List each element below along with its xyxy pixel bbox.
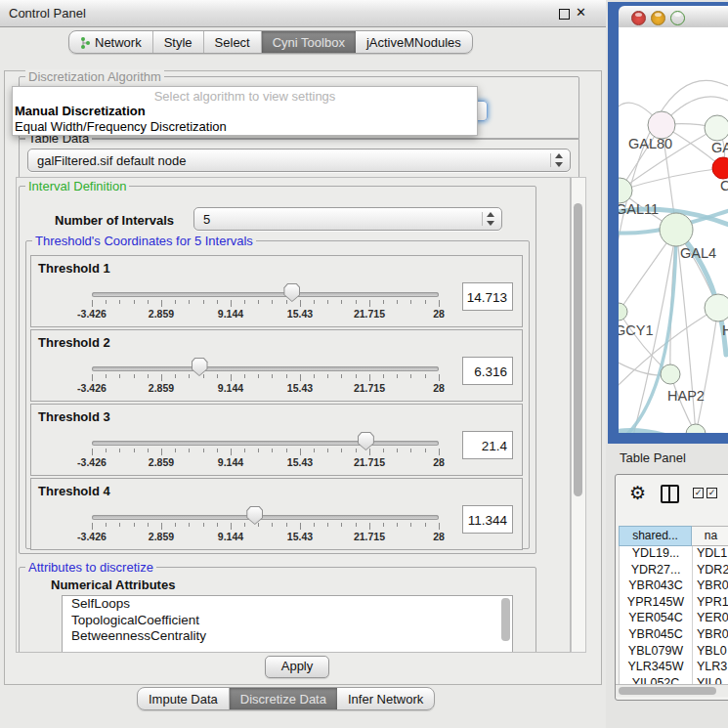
network-view-window: GAL80GACGAL11GAL4GCY1HHAP2 [608, 2, 728, 444]
scrollbar-thumb[interactable] [574, 203, 582, 496]
tab-select[interactable]: Select [204, 31, 262, 53]
slider-ticks [92, 523, 440, 531]
network-node[interactable] [661, 364, 680, 384]
numerical-attributes-label: Numerical Attributes [51, 578, 175, 592]
screen: { "colors": { "accent-green": "#2fae2f",… [0, 0, 728, 728]
table-row[interactable]: YPR145WYPR1 [620, 595, 728, 612]
tab-jactivemnodules[interactable]: jActiveMNodules [356, 31, 472, 53]
network-node[interactable] [648, 111, 675, 139]
checkbox-icon[interactable]: ✓ [707, 488, 717, 498]
slider-track[interactable] [92, 515, 439, 520]
thresholds-group-label: Threshold's Coordinates for 5 Intervals [32, 234, 256, 248]
threshold-panel: Threshold 2 -3.4262.8599.14415.4321.7152… [30, 329, 523, 402]
tab-network-label: Network [95, 35, 142, 50]
tab-infer-network[interactable]: Infer Network [337, 688, 434, 709]
number-of-intervals-value: 5 [203, 212, 210, 227]
tab-select-label: Select [215, 35, 250, 50]
tab-jactivemnodules-label: jActiveMNodules [366, 35, 461, 50]
table-row[interactable]: YBR043CYBR0 [620, 578, 728, 595]
tab-network[interactable]: Network [69, 31, 153, 53]
bottom-tab-bar: Impute Data Discretize Data Infer Networ… [137, 687, 435, 710]
float-window-icon[interactable] [559, 9, 570, 20]
list-scrollbar[interactable] [501, 598, 510, 641]
tab-discretize-data-label: Discretize Data [240, 692, 326, 707]
network-node[interactable] [619, 303, 627, 321]
threshold-value-box[interactable]: 14.713 [462, 282, 513, 311]
tab-discretize-data[interactable]: Discretize Data [230, 688, 337, 709]
table-row[interactable]: YLR345WYLR3 [620, 660, 728, 676]
table-row[interactable]: YDL19...YDL1 [620, 546, 728, 563]
table-row[interactable]: YDR27...YDR2 [620, 563, 728, 579]
threshold-label: Threshold 2 [38, 335, 110, 350]
network-node[interactable] [705, 115, 728, 141]
tab-impute-data[interactable]: Impute Data [138, 688, 230, 709]
control-panel-titlebar: Control Panel ✕ [0, 0, 606, 27]
numerical-attributes-list[interactable]: SelfLoopsTopologicalCoefficientBetweenne… [62, 595, 513, 653]
table-header-row: shared... na [619, 526, 728, 546]
slider-track[interactable] [92, 292, 439, 297]
mac-minimize-icon[interactable] [651, 11, 665, 25]
table-row[interactable]: YBL079WYBL0 [620, 644, 728, 661]
number-of-intervals-combo[interactable]: 5 [193, 207, 502, 231]
mac-close-icon[interactable] [631, 11, 646, 25]
network-node-label: H [722, 322, 728, 338]
slider-ticks [92, 300, 440, 308]
slider-tick-labels: -3.4262.8599.14415.4321.71528 [31, 531, 522, 543]
slider-track[interactable] [92, 441, 439, 446]
network-node[interactable] [686, 424, 706, 433]
table-panel-title: Table Panel [620, 450, 686, 465]
network-node[interactable] [705, 294, 728, 321]
panel-vertical-scrollbar[interactable] [571, 177, 586, 653]
popup-item-manual-discretization[interactable]: Manual Discretization [15, 104, 146, 118]
network-node-label: GCY1 [619, 322, 654, 338]
number-of-intervals-label: Number of Intervals [55, 213, 174, 228]
table-panel: Table Panel ⚙ ✓ ✓ shared... na YDL19...Y… [608, 444, 728, 728]
slider-tick-labels: -3.4262.8599.14415.4321.71528 [31, 456, 522, 469]
network-node-label: C [720, 178, 728, 193]
network-canvas[interactable]: GAL80GACGAL11GAL4GCY1HHAP2 [619, 27, 728, 433]
interval-definition-group: Interval Definition Number of Intervals … [19, 186, 536, 554]
slider-ticks [92, 449, 440, 456]
popup-item-equal-width-frequency[interactable]: Equal Width/Frequency Discretization [15, 119, 227, 134]
threshold-panel: Threshold 4 -3.4262.8599.14415.4321.7152… [30, 478, 523, 550]
network-canvas-svg: GAL80GACGAL11GAL4GCY1HHAP2 [619, 27, 728, 433]
threshold-value-box[interactable]: 6.316 [462, 357, 513, 385]
network-tab-icon [80, 37, 91, 49]
table-row[interactable]: YER054CYER0 [620, 611, 728, 627]
list-item[interactable]: SelfLoops [63, 596, 512, 613]
apply-button[interactable]: Apply [265, 656, 329, 678]
tab-infer-network-label: Infer Network [348, 692, 423, 707]
list-item[interactable]: BetweennessCentrality [63, 628, 512, 645]
top-tab-bar: Network Style Select Cyni Toolbox jActiv… [68, 30, 473, 54]
cyni-toolbox-panel: Discretization Algorithm Table Data galF… [4, 70, 602, 685]
list-item[interactable]: TopologicalCoefficient [63, 613, 512, 629]
split-columns-icon[interactable] [661, 485, 679, 503]
tab-impute-data-label: Impute Data [149, 692, 218, 707]
threshold-label: Threshold 3 [38, 409, 110, 424]
attributes-group: Attributes to discretize Numerical Attri… [19, 567, 536, 653]
window-title: Control Panel [9, 6, 86, 21]
network-node-label: GAL11 [619, 201, 659, 217]
column-header-name[interactable]: na [692, 526, 728, 546]
network-node-label: GA [711, 140, 728, 155]
slider-track[interactable] [92, 366, 439, 371]
table-data-combo[interactable]: galFiltered.sif default node [27, 149, 571, 172]
settings-scroll-viewport: Interval Definition Number of Intervals … [16, 177, 571, 653]
tab-cyni-toolbox[interactable]: Cyni Toolbox [262, 31, 356, 53]
threshold-panel: Threshold 1 -3.4262.8599.14415.4321.7152… [30, 255, 523, 327]
checkbox-icon[interactable]: ✓ [693, 488, 704, 498]
tab-style[interactable]: Style [153, 31, 204, 53]
mac-zoom-icon[interactable] [670, 11, 685, 25]
gear-icon[interactable]: ⚙ [629, 483, 646, 502]
threshold-value-box[interactable]: 11.344 [462, 505, 513, 534]
threshold-panel: Threshold 3 -3.4262.8599.14415.4321.7152… [30, 404, 523, 476]
algorithm-dropdown-popup: Select algorithm to view settings Manual… [12, 86, 478, 136]
column-header-shared-name[interactable]: shared... [619, 526, 692, 546]
threshold-value-box[interactable]: 21.4 [462, 431, 513, 459]
scrollbar-thumb[interactable] [619, 687, 716, 695]
network-node-label: HAP2 [667, 388, 705, 404]
close-icon[interactable]: ✕ [576, 5, 586, 20]
table-horizontal-scrollbar[interactable] [616, 684, 728, 697]
network-node[interactable] [660, 213, 693, 246]
table-row[interactable]: YBR045CYBR0 [620, 627, 728, 644]
